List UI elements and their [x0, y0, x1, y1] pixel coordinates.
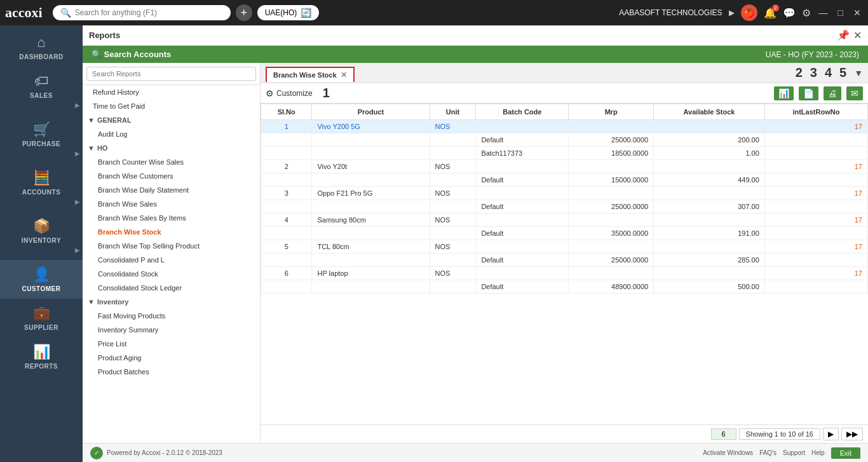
- sidebar-item-reports[interactable]: 📊 REPORTS: [0, 337, 83, 376]
- settings-icon[interactable]: ⚙: [802, 7, 811, 19]
- add-button[interactable]: +: [236, 4, 252, 21]
- minimize-button[interactable]: —: [817, 8, 830, 18]
- nav-item-inventory-summary[interactable]: Inventory Summary: [83, 323, 260, 337]
- cell-product: Oppo F21 Pro 5G: [312, 187, 430, 200]
- faq-link[interactable]: FAQ's: [759, 449, 776, 456]
- cell-stock: 500.00: [654, 280, 765, 294]
- nav-item-branch-wise-stock[interactable]: Branch Wise Stock: [83, 225, 260, 239]
- nav-item-consolidated-stock-ledger[interactable]: Consolidated Stock Ledger: [83, 281, 260, 295]
- sidebar-item-accounts[interactable]: 🧮 ACCOUNTS ▶: [0, 163, 83, 212]
- content-area: Refund History Time to Get Paid ▼ GENERA…: [83, 63, 868, 443]
- cell-mrp: 25000.0000: [569, 200, 654, 214]
- table-row[interactable]: 1Vivo Y200 5GNOS17: [261, 120, 868, 133]
- cell-mrp: [569, 160, 654, 173]
- export-excel-button[interactable]: 📊: [774, 86, 794, 100]
- sidebar-item-purchase[interactable]: 🛒 PURCHASE ▶: [0, 115, 83, 163]
- tab-label: Branch Wise Stock: [273, 71, 337, 79]
- cell-unit: NOS: [430, 120, 476, 133]
- notifications-icon[interactable]: 🔔2: [764, 7, 776, 19]
- sidebar-item-dashboard[interactable]: ⌂ DASHBOARD: [0, 28, 83, 67]
- green-search-bar: 🔍 Search Accounts UAE - HO (FY 2023 - 20…: [83, 46, 868, 63]
- nav-item-fast-moving[interactable]: Fast Moving Products: [83, 309, 260, 323]
- main-layout: ⌂ DASHBOARD 🏷 SALES ▶ 🛒 PURCHASE ▶ 🧮 ACC…: [0, 25, 868, 462]
- panel-close-button[interactable]: ✕: [853, 29, 862, 41]
- cell-slno: [261, 133, 312, 147]
- table-row[interactable]: Default25000.0000200.00: [261, 133, 868, 147]
- maximize-button[interactable]: □: [836, 8, 845, 18]
- nav-item-product-batches[interactable]: Product Batches: [83, 365, 260, 379]
- nav-item-audit-log[interactable]: Audit Log: [83, 127, 260, 141]
- tab-branch-wise-stock[interactable]: Branch Wise Stock ✕: [266, 67, 355, 82]
- table-row[interactable]: 3Oppo F21 Pro 5GNOS17: [261, 187, 868, 200]
- search-accounts-label: 🔍 Search Accounts: [92, 50, 171, 59]
- help-link[interactable]: Help: [811, 449, 825, 456]
- nav-item-product-aging[interactable]: Product Aging: [83, 351, 260, 365]
- support-link[interactable]: Support: [783, 449, 805, 456]
- table-row[interactable]: 6HP laptopNOS17: [261, 267, 868, 280]
- nav-item-branch-wise-sales-by-items[interactable]: Branch Wise Sales By Items: [83, 211, 260, 225]
- table-row[interactable]: 2Vivo Y20tNOS17: [261, 160, 868, 173]
- nav-item-branch-wise-sales[interactable]: Branch Wise Sales: [83, 197, 260, 211]
- cell-lastrowno: 17: [764, 160, 867, 173]
- close-button[interactable]: ✕: [851, 8, 863, 18]
- table-row[interactable]: 5TCL 80cmNOS17: [261, 240, 868, 254]
- nav-item-price-list[interactable]: Price List: [83, 337, 260, 351]
- more-tabs-icon[interactable]: ▼: [854, 68, 863, 78]
- tab-close-icon[interactable]: ✕: [341, 71, 347, 79]
- messages-icon[interactable]: 💬: [783, 7, 796, 19]
- table-row[interactable]: Default25000.0000285.00: [261, 254, 868, 267]
- cell-batch: Default: [476, 280, 569, 294]
- cell-lastrowno: [764, 227, 867, 240]
- tab-bar: Branch Wise Stock ✕ 2 3 4 5 ▼: [261, 63, 868, 83]
- table-row[interactable]: Default15000.0000449.00: [261, 173, 868, 187]
- nav-item-refund-history[interactable]: Refund History: [83, 85, 260, 99]
- sidebar-item-customer[interactable]: 👤 CUSTOMER: [0, 260, 83, 299]
- global-search-input[interactable]: [75, 8, 215, 17]
- nav-item-branch-wise-daily-statement[interactable]: Branch Wise Daily Statement: [83, 183, 260, 197]
- cell-lastrowno: 17: [764, 267, 867, 280]
- nav-item-time-to-get-paid[interactable]: Time to Get Paid: [83, 99, 260, 113]
- ho-arrow-icon: ▼: [88, 144, 95, 152]
- nav-item-branch-wise-customers[interactable]: Branch Wise Customers: [83, 169, 260, 183]
- last-page-button[interactable]: ▶▶: [841, 428, 863, 440]
- cell-stock: 191.00: [654, 227, 765, 240]
- print-button[interactable]: 🖨: [824, 86, 841, 100]
- reports-header-right: 📌 ✕: [837, 29, 862, 41]
- sidebar-label-inventory: INVENTORY: [22, 237, 61, 244]
- search-reports-input[interactable]: [86, 67, 256, 81]
- cell-mrp: 25000.0000: [569, 254, 654, 267]
- customize-button[interactable]: ⚙ Customize: [266, 88, 313, 99]
- col-mrp: Mrp: [569, 104, 654, 120]
- nav-item-consolidated-pl[interactable]: Consolidated P and L: [83, 253, 260, 267]
- exit-button[interactable]: Exit: [831, 447, 860, 459]
- tab-number-2: 2: [796, 65, 803, 80]
- nav-item-branch-wise-top-selling[interactable]: Branch Wise Top Selling Product: [83, 239, 260, 253]
- table-row[interactable]: Default35000.0000191.00: [261, 227, 868, 240]
- cell-mrp: [569, 267, 654, 280]
- nav-item-branch-counter-wise-sales[interactable]: Branch Counter Wise Sales: [83, 155, 260, 169]
- email-button[interactable]: ✉: [846, 86, 863, 100]
- table-row[interactable]: Default48900.0000500.00: [261, 280, 868, 294]
- cell-batch: Default: [476, 133, 569, 147]
- global-search-bar[interactable]: 🔍: [53, 5, 231, 20]
- tab-number-4: 4: [825, 65, 832, 80]
- next-page-button[interactable]: ▶: [823, 428, 839, 440]
- sidebar-item-sales[interactable]: 🏷 SALES ▶: [0, 67, 83, 115]
- green-bar-left[interactable]: 🔍 Search Accounts: [92, 50, 171, 59]
- branch-selector[interactable]: UAE(HO) 🔄: [257, 5, 320, 20]
- table-row[interactable]: 4Samsung 80cmNOS17: [261, 214, 868, 227]
- nav-item-consolidated-stock[interactable]: Consolidated Stock: [83, 267, 260, 281]
- col-unit: Unit: [430, 104, 476, 120]
- cell-product: Vivo Y200 5G: [312, 120, 430, 133]
- cell-mrp: 18500.0000: [569, 147, 654, 160]
- avatar[interactable]: 🍎: [741, 4, 757, 21]
- export-pdf-button[interactable]: 📄: [799, 86, 818, 100]
- fy-label: UAE - HO (FY 2023 - 2023): [766, 50, 859, 59]
- table-row[interactable]: Batch11737318500.00001.00: [261, 147, 868, 160]
- sidebar-item-supplier[interactable]: 💼 SUPPLIER: [0, 299, 83, 337]
- pin-button[interactable]: 📌: [837, 29, 850, 41]
- sidebar-item-inventory[interactable]: 📦 INVENTORY ▶: [0, 212, 83, 260]
- table-row[interactable]: Default25000.0000307.00: [261, 200, 868, 214]
- top-right-area: AABASOFT TECHNOLOGIES ▶ 🍎 🔔2 💬 ⚙ — □ ✕: [619, 4, 863, 21]
- page-number-box: 6: [711, 428, 736, 440]
